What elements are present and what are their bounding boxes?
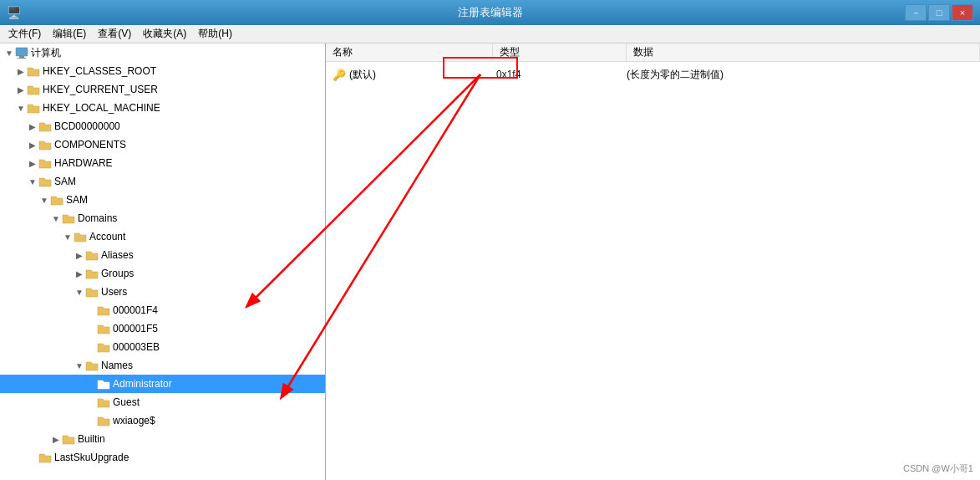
folder-icon-admin xyxy=(97,378,110,390)
tree-item-computer[interactable]: ▼ 计算机 xyxy=(0,43,325,62)
tree-scroll[interactable]: ▼ 计算机 ▶ HKEY_CLASSES_ROOT ▶ xyxy=(0,43,325,480)
tree-item-lastsku[interactable]: LastSkuUpgrade xyxy=(0,448,325,467)
tree-item-hklm[interactable]: ▼ HKEY_LOCAL_MACHINE xyxy=(0,99,325,117)
toggle-hardware[interactable]: ▶ xyxy=(27,157,38,169)
tree-item-aliases[interactable]: ▶ Aliases xyxy=(0,246,325,264)
menu-view[interactable]: 查看(V) xyxy=(93,25,136,43)
registry-rows: 🔑 (默认) 0x1f4 (长度为零的二进制值) xyxy=(326,62,980,480)
tree-label-sam2: SAM xyxy=(66,194,88,206)
folder-icon-builtin xyxy=(62,433,75,445)
menu-help[interactable]: 帮助(H) xyxy=(193,25,237,43)
toggle-aliases[interactable]: ▶ xyxy=(74,249,85,261)
tree-item-user3[interactable]: 000003EB xyxy=(0,338,325,356)
toggle-components[interactable]: ▶ xyxy=(27,139,38,151)
svg-rect-2 xyxy=(18,58,26,59)
tree-label-computer: 计算机 xyxy=(31,46,61,60)
col-header-type: 类型 xyxy=(493,43,627,61)
tree-label-wxiaoge: wxiaoge$ xyxy=(113,415,155,426)
toggle-admin xyxy=(85,378,97,390)
folder-icon-groups xyxy=(85,268,99,279)
toggle-domains[interactable]: ▼ xyxy=(50,212,62,224)
tree-item-wxiaoge[interactable]: wxiaoge$ xyxy=(0,411,325,430)
folder-icon-domains xyxy=(62,212,75,224)
tree-label-components: COMPONENTS xyxy=(54,139,126,151)
tree-item-user2[interactable]: 000001F5 xyxy=(0,319,325,338)
right-panel: 名称 类型 数据 🔑 (默认) 0x1f4 (长度为零的二进制值) xyxy=(326,43,980,480)
tree-label-user2: 000001F5 xyxy=(113,323,158,334)
toggle-account[interactable]: ▼ xyxy=(62,231,74,243)
tree-item-hkcu[interactable]: ▶ HKEY_CURRENT_USER xyxy=(0,80,325,99)
table-row[interactable]: 🔑 (默认) 0x1f4 (长度为零的二进制值) xyxy=(329,65,977,84)
folder-icon-bcd xyxy=(38,120,52,132)
toggle-names[interactable]: ▼ xyxy=(74,360,85,371)
menu-favorites[interactable]: 收藏夹(A) xyxy=(138,25,191,43)
tree-label-user1: 000001F4 xyxy=(113,304,158,316)
toggle-sam2[interactable]: ▼ xyxy=(38,194,50,206)
tree-item-names[interactable]: ▼ Names xyxy=(0,356,325,375)
svg-rect-1 xyxy=(19,56,24,58)
folder-icon-names xyxy=(85,360,99,371)
tree-label-aliases: Aliases xyxy=(101,249,134,261)
svg-rect-0 xyxy=(16,48,28,56)
folder-icon-hkcu xyxy=(27,84,40,95)
tree-item-user1[interactable]: 000001F4 xyxy=(0,301,325,319)
tree-item-bcd[interactable]: ▶ BCD00000000 xyxy=(0,117,325,135)
menu-bar: 文件(F) 编辑(E) 查看(V) 收藏夹(A) 帮助(H) xyxy=(0,25,980,43)
column-headers: 名称 类型 数据 xyxy=(326,43,980,62)
main-container: ▼ 计算机 ▶ HKEY_CLASSES_ROOT ▶ xyxy=(0,43,980,480)
folder-icon-lastsku xyxy=(38,452,52,463)
tree-item-domains[interactable]: ▼ Domains xyxy=(0,209,325,227)
toggle-bcd[interactable]: ▶ xyxy=(27,120,38,132)
tree-panel: ▼ 计算机 ▶ HKEY_CLASSES_ROOT ▶ xyxy=(0,43,326,480)
tree-label-domains: Domains xyxy=(78,212,117,224)
tree-label-administrator: Administrator xyxy=(113,378,172,390)
tree-item-users[interactable]: ▼ Users xyxy=(0,283,325,301)
close-button[interactable]: × xyxy=(952,4,973,21)
toggle-builtin[interactable]: ▶ xyxy=(50,433,62,445)
tree-label-hklm: HKEY_LOCAL_MACHINE xyxy=(43,102,160,114)
folder-icon-hklm xyxy=(27,102,40,114)
toggle-guest xyxy=(85,396,97,408)
window-title: 注册表编辑器 xyxy=(458,5,523,20)
toggle-lastsku xyxy=(27,452,38,463)
tree-label-account: Account xyxy=(89,231,125,243)
tree-item-account[interactable]: ▼ Account xyxy=(0,227,325,246)
tree-item-components[interactable]: ▶ COMPONENTS xyxy=(0,135,325,154)
tree-label-sam: SAM xyxy=(54,176,76,187)
folder-icon-wxiaoge xyxy=(97,415,110,426)
toggle-users[interactable]: ▼ xyxy=(74,286,85,298)
toggle-computer[interactable]: ▼ xyxy=(3,47,15,59)
tree-item-groups[interactable]: ▶ Groups xyxy=(0,264,325,283)
menu-edit[interactable]: 编辑(E) xyxy=(48,25,91,43)
menu-file[interactable]: 文件(F) xyxy=(3,25,46,43)
tree-item-hkcr[interactable]: ▶ HKEY_CLASSES_ROOT xyxy=(0,62,325,80)
app-icon: 🖥️ xyxy=(7,6,21,19)
toggle-groups[interactable]: ▶ xyxy=(74,268,85,279)
toggle-hkcu[interactable]: ▶ xyxy=(15,84,27,95)
toggle-user3 xyxy=(85,341,97,353)
folder-icon-user1 xyxy=(97,304,110,316)
toggle-hklm[interactable]: ▼ xyxy=(15,102,27,114)
tree-label-user3: 000003EB xyxy=(113,341,160,353)
tree-item-guest[interactable]: Guest xyxy=(0,393,325,411)
tree-item-administrator[interactable]: Administrator xyxy=(0,375,325,393)
tree-label-builtin: Builtin xyxy=(78,433,105,445)
title-bar-left: 🖥️ xyxy=(7,6,21,19)
tree-item-sam[interactable]: ▼ SAM xyxy=(0,172,325,191)
folder-icon-sam2 xyxy=(50,194,63,206)
reg-entry-icon: 🔑 xyxy=(333,69,346,81)
maximize-button[interactable]: □ xyxy=(928,4,950,21)
toggle-user1 xyxy=(85,304,97,316)
tree-label-hkcr: HKEY_CLASSES_ROOT xyxy=(43,65,156,77)
tree-item-sam2[interactable]: ▼ SAM xyxy=(0,191,325,209)
reg-name-cell: 🔑 (默认) xyxy=(333,68,496,82)
tree-item-builtin[interactable]: ▶ Builtin xyxy=(0,430,325,448)
reg-entry-name: (默认) xyxy=(349,68,376,82)
folder-icon-hkcr xyxy=(27,65,40,77)
tree-label-bcd: BCD00000000 xyxy=(54,120,120,132)
toggle-sam[interactable]: ▼ xyxy=(27,176,38,187)
minimize-button[interactable]: － xyxy=(905,4,927,21)
toggle-hkcr[interactable]: ▶ xyxy=(15,65,27,77)
tree-label-hkcu: HKEY_CURRENT_USER xyxy=(43,84,158,95)
tree-item-hardware[interactable]: ▶ HARDWARE xyxy=(0,154,325,172)
